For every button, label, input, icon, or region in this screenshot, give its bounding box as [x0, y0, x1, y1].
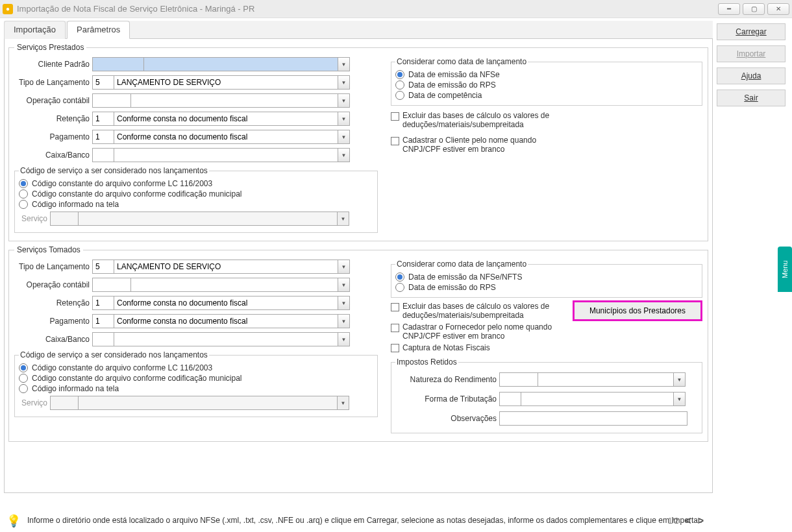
- footer-hint: 💡 Informe o diretório onde está localiza…: [4, 511, 713, 527]
- operacao-contabil-desc-st[interactable]: [130, 278, 338, 292]
- retencao-code-sp[interactable]: [92, 112, 114, 126]
- radio-cod-lc116-st[interactable]: Código constante do arquivo conforme LC …: [19, 363, 373, 372]
- forma-tributacao-label: Forma de Tributação: [395, 394, 499, 404]
- servico-label-sp: Serviço: [19, 214, 50, 223]
- observacoes-input[interactable]: [499, 411, 687, 426]
- importar-button[interactable]: Importar: [717, 45, 786, 62]
- servico-code-sp: [50, 212, 79, 226]
- tipo-lancamento-desc-st[interactable]: [114, 260, 338, 274]
- cliente-padrao-label: Cliente Padrão: [14, 60, 92, 69]
- retencao-code-st[interactable]: [92, 296, 114, 310]
- retencao-label-sp: Retenção: [14, 114, 92, 123]
- chk-cadastrar-cliente-sp[interactable]: Cadastrar o Cliente pelo nome quando CNP…: [391, 136, 702, 154]
- group-codigo-servico-sp: Código de serviço a ser considerado nos …: [14, 166, 378, 233]
- radio-data-competencia-sp[interactable]: Data de competência: [395, 91, 698, 100]
- legend-codigo-servico-sp: Código de serviço a ser considerado nos …: [19, 166, 209, 175]
- pagamento-code-sp[interactable]: [92, 130, 114, 144]
- lightbulb-icon: 💡: [6, 515, 22, 527]
- tab-importacao[interactable]: Importação: [4, 21, 66, 39]
- caixa-banco-dropdown-sp[interactable]: ▼: [338, 148, 350, 162]
- page-prev-button[interactable]: <: [685, 515, 691, 527]
- page-indicator: 1/2: [668, 516, 679, 526]
- close-button[interactable]: ✕: [767, 3, 789, 15]
- operacao-contabil-code-sp[interactable]: [92, 93, 131, 108]
- legend-data-lancamento-st: Considerar como data de lançamento: [395, 260, 528, 269]
- group-servicos-prestados: Serviços Prestados Cliente Padrão ▼ Tipo…: [8, 43, 708, 241]
- operacao-contabil-code-st[interactable]: [92, 278, 131, 292]
- ajuda-button[interactable]: Ajuda: [717, 67, 786, 84]
- municipios-prestadores-button[interactable]: Municípios dos Prestadores: [573, 300, 702, 321]
- group-data-lancamento-sp: Considerar como data de lançamento Data …: [391, 57, 702, 106]
- menu-side-tab[interactable]: Menu: [778, 247, 792, 292]
- retencao-dropdown-sp[interactable]: ▼: [338, 112, 350, 126]
- footer-hint-text: Informe o diretório onde está localizado…: [27, 515, 710, 526]
- chk-cadastrar-fornecedor-st[interactable]: Cadastrar o Fornecedor pelo nome quando …: [391, 322, 566, 341]
- caixa-banco-label-st: Caixa/Banco: [14, 335, 92, 344]
- chk-captura-nf-st[interactable]: Captura de Notas Fiscais: [391, 343, 566, 352]
- operacao-contabil-label-st: Operação contábil: [14, 280, 92, 289]
- chk-excluir-bases-st[interactable]: Excluir das bases de cálculo os valores …: [391, 302, 566, 320]
- cliente-padrao-code-input[interactable]: [92, 57, 144, 71]
- pagamento-dropdown-st[interactable]: ▼: [338, 314, 350, 328]
- minimize-button[interactable]: ━: [718, 3, 740, 15]
- legend-servicos-prestados: Serviços Prestados: [14, 43, 86, 52]
- tipo-lancamento-label-sp: Tipo de Lançamento: [14, 78, 92, 87]
- group-servicos-tomados: Serviços Tomados Tipo de Lançamento ▼ Op…: [8, 245, 708, 442]
- natureza-rendimento-code[interactable]: [499, 372, 538, 387]
- pagamento-label-st: Pagamento: [14, 317, 92, 326]
- operacao-contabil-dropdown-st[interactable]: ▼: [338, 278, 350, 292]
- pagamento-code-st[interactable]: [92, 314, 114, 328]
- caixa-banco-desc-st[interactable]: [114, 332, 338, 346]
- operacao-contabil-desc-sp[interactable]: [130, 93, 338, 108]
- pagamento-dropdown-sp[interactable]: ▼: [338, 130, 350, 144]
- observacoes-label: Observações: [395, 414, 499, 423]
- legend-codigo-servico-st: Código de serviço a ser considerado nos …: [19, 350, 209, 359]
- tab-bar: Importação Parâmetros: [4, 21, 713, 39]
- maximize-button[interactable]: ▢: [743, 3, 765, 15]
- title-bar: ● Importação de Nota Fiscal de Serviço E…: [0, 0, 792, 18]
- chk-excluir-bases-sp[interactable]: Excluir das bases de cálculo os valores …: [391, 111, 702, 129]
- pagamento-desc-sp[interactable]: [114, 130, 338, 144]
- tipo-lancamento-dropdown-sp[interactable]: ▼: [338, 75, 350, 90]
- natureza-rendimento-dropdown[interactable]: ▼: [674, 372, 686, 387]
- natureza-rendimento-label: Natureza do Rendimento: [395, 375, 499, 384]
- legend-servicos-tomados: Serviços Tomados: [14, 245, 83, 254]
- natureza-rendimento-desc[interactable]: [538, 372, 674, 387]
- caixa-banco-code-st[interactable]: [92, 332, 114, 346]
- legend-data-lancamento-sp: Considerar como data de lançamento: [395, 57, 528, 66]
- radio-cod-municipal-sp[interactable]: Código constante do arquivo conforme cod…: [19, 189, 373, 199]
- group-data-lancamento-st: Considerar como data de lançamento Data …: [391, 260, 702, 298]
- radio-data-rps-sp[interactable]: Data de emissão do RPS: [395, 80, 698, 90]
- tipo-lancamento-label-st: Tipo de Lançamento: [14, 262, 92, 271]
- operacao-contabil-dropdown-sp[interactable]: ▼: [338, 93, 350, 108]
- tipo-lancamento-code-sp[interactable]: [92, 75, 114, 90]
- retencao-desc-st[interactable]: [114, 296, 338, 310]
- forma-tributacao-desc[interactable]: [521, 392, 674, 406]
- tipo-lancamento-code-st[interactable]: [92, 260, 114, 274]
- forma-tributacao-dropdown[interactable]: ▼: [674, 392, 686, 406]
- radio-cod-lc116-sp[interactable]: Código constante do arquivo conforme LC …: [19, 179, 373, 188]
- caixa-banco-code-sp[interactable]: [92, 148, 114, 162]
- retencao-dropdown-st[interactable]: ▼: [338, 296, 350, 310]
- radio-cod-tela-sp[interactable]: Código informado na tela: [19, 200, 373, 209]
- pagamento-desc-st[interactable]: [114, 314, 338, 328]
- radio-cod-tela-st[interactable]: Código informado na tela: [19, 384, 373, 393]
- forma-tributacao-code[interactable]: [499, 392, 521, 406]
- carregar-button[interactable]: Carregar: [717, 23, 786, 40]
- caixa-banco-dropdown-st[interactable]: ▼: [338, 332, 350, 346]
- radio-data-nfse-sp[interactable]: Data de emissão da NFSe: [395, 70, 698, 79]
- cliente-padrao-dropdown[interactable]: ▼: [338, 57, 350, 71]
- radio-cod-municipal-st[interactable]: Código constante do arquivo conforme cod…: [19, 374, 373, 383]
- radio-data-rps-st[interactable]: Data de emissão do RPS: [395, 283, 698, 292]
- tipo-lancamento-desc-sp[interactable]: [114, 75, 338, 90]
- cliente-padrao-desc-input[interactable]: [143, 57, 338, 71]
- servico-dropdown-st: ▼: [338, 396, 349, 410]
- caixa-banco-desc-sp[interactable]: [114, 148, 338, 162]
- page-next-button[interactable]: >: [698, 515, 704, 527]
- tab-parametros[interactable]: Parâmetros: [67, 21, 130, 39]
- radio-data-nfse-st[interactable]: Data de emissão da NFSe/NFTS: [395, 272, 698, 282]
- tipo-lancamento-dropdown-st[interactable]: ▼: [338, 260, 350, 274]
- sair-button[interactable]: Sair: [717, 90, 786, 106]
- retencao-desc-sp[interactable]: [114, 112, 338, 126]
- window-title: Importação de Nota Fiscal de Serviço Ele…: [17, 4, 254, 14]
